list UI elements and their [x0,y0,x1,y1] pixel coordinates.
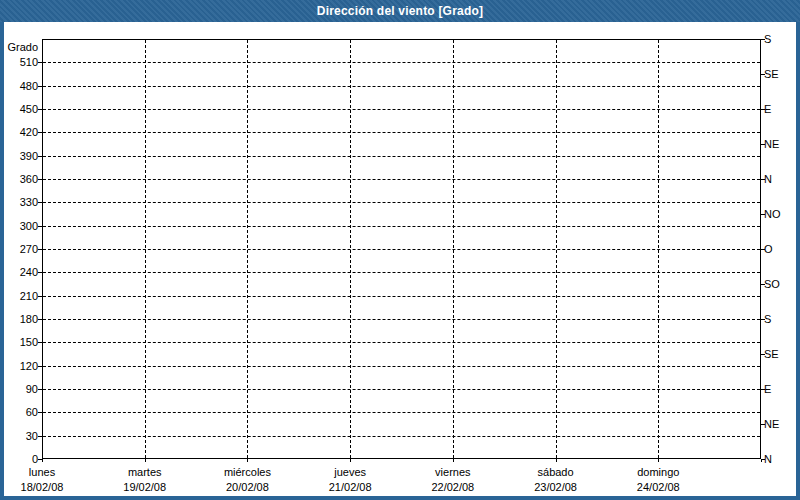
h-gridline [43,179,760,180]
h-gridline [43,249,760,250]
x-tick [350,459,351,462]
y-right-tick-label: E [764,383,771,395]
h-gridline [43,342,760,343]
y-left-tick [38,132,42,133]
y-left-tick [38,62,42,63]
h-gridline [43,109,760,110]
y-left-tick [38,156,42,157]
h-gridline [43,132,760,133]
y-left-tick [38,272,42,273]
chart-window: Dirección del viento [Grado] Grado 03060… [0,0,800,500]
v-gridline [247,40,248,458]
x-tick [658,459,659,462]
h-gridline [43,226,760,227]
y-left-tick [38,249,42,250]
x-tick [145,459,146,462]
h-gridline [43,389,760,390]
y-left-tick-label: 420 [0,126,38,138]
y-left-tick-label: 30 [0,430,38,442]
v-gridline [145,40,146,458]
x-date-label: 24/02/08 [598,480,718,495]
y-left-tick [38,109,42,110]
y-right-tick-label: SO [764,278,780,290]
y-axis-title: Grado [0,41,38,53]
y-right-tick-label: E [764,103,771,115]
y-left-tick-label: 150 [0,336,38,348]
y-left-tick [38,366,42,367]
y-left-tick-label: 120 [0,360,38,372]
h-gridline [43,436,760,437]
x-tick [453,459,454,462]
x-tick [247,459,248,462]
y-left-tick [38,319,42,320]
y-left-tick-label: 330 [0,196,38,208]
h-gridline [43,366,760,367]
y-left-tick [38,436,42,437]
x-tick [556,459,557,462]
y-left-tick-label: 450 [0,103,38,115]
h-gridline [43,62,760,63]
y-right-tick-label: NE [764,418,779,430]
chart-title: Dirección del viento [Grado] [317,4,483,18]
x-day-label: domingo [598,465,718,480]
v-gridline [350,40,351,458]
y-left-tick-label: 210 [0,290,38,302]
y-right-tick-label: N [764,453,772,465]
y-right-tick-label: S [764,313,771,325]
y-left-tick [38,412,42,413]
y-left-tick-label: 90 [0,383,38,395]
h-gridline [43,296,760,297]
y-left-tick-label: 60 [0,406,38,418]
y-right-tick-label: NE [764,138,779,150]
y-left-tick-label: 300 [0,220,38,232]
y-left-tick [38,296,42,297]
y-left-tick [38,226,42,227]
y-right-tick-label: O [764,243,773,255]
y-left-tick-label: 360 [0,173,38,185]
title-bar: Dirección del viento [Grado] [0,0,800,22]
y-left-tick-label: 0 [0,453,38,465]
y-left-tick [38,342,42,343]
y-right-tick-label: NO [764,208,781,220]
h-gridline [43,272,760,273]
x-tick [42,459,43,462]
y-right-tick-label: SE [764,68,779,80]
h-gridline [43,156,760,157]
y-left-tick-label: 180 [0,313,38,325]
y-right-tick-label: SE [764,348,779,360]
y-left-tick [38,202,42,203]
y-left-tick-label: 390 [0,150,38,162]
h-gridline [43,86,760,87]
y-left-tick-label: 240 [0,266,38,278]
y-left-tick [38,179,42,180]
v-gridline [658,40,659,458]
y-left-tick-label: 480 [0,80,38,92]
y-left-tick-label: 270 [0,243,38,255]
h-gridline [43,319,760,320]
y-right-tick-label: S [764,33,771,45]
v-gridline [453,40,454,458]
y-left-tick [38,389,42,390]
v-gridline [556,40,557,458]
y-left-tick-label: 510 [0,56,38,68]
y-right-tick-label: N [764,173,772,185]
y-left-tick [38,86,42,87]
h-gridline [43,202,760,203]
h-gridline [43,412,760,413]
